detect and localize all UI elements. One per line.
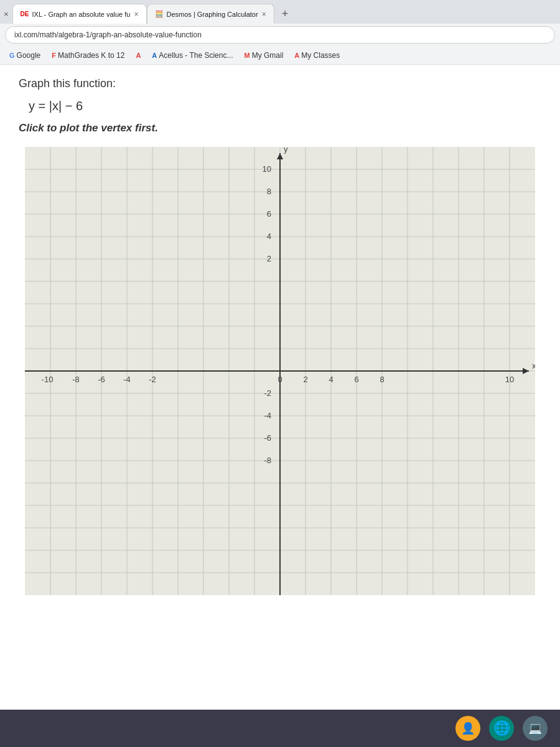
mathgrades-icon: F	[52, 52, 56, 59]
bookmark-acellus-label: Acellus - The Scienc...	[159, 51, 233, 60]
new-tab-button[interactable]: +	[277, 7, 294, 21]
mygmail-icon: M	[244, 52, 250, 59]
bookmark-myclasses[interactable]: A My Classes	[290, 50, 344, 61]
y-label-2: 2	[267, 254, 271, 263]
bookmark-mathgrades-label: MathGrades K to 12	[58, 51, 124, 60]
tab-favicon-ixl: DE	[21, 11, 29, 17]
y-label-neg4: -4	[264, 411, 271, 420]
x-label-2: 2	[303, 375, 307, 384]
y-label-neg2: -2	[264, 388, 271, 398]
x-label-6: 6	[354, 375, 358, 384]
x-label-neg2: -2	[149, 375, 156, 384]
x-label-4: 4	[329, 375, 333, 384]
taskbar-icon-browser[interactable]: 🌐	[489, 716, 514, 741]
problem-title: Graph this function:	[19, 77, 541, 90]
bookmark-acellus[interactable]: A Acellus - The Scienc...	[147, 50, 237, 61]
graph-container[interactable]: x y 10 8 6 4 2 -2 -4 -6 -8 -10 -8 -6 -4 …	[25, 147, 535, 595]
taskbar: 👤 🌐 💻	[0, 710, 560, 747]
x-label-0: 0	[278, 375, 282, 384]
tab-favicon-desmos: 🧮	[155, 10, 164, 18]
x-label-8: 8	[380, 375, 384, 384]
tab-desmos[interactable]: 🧮 Desmos | Graphing Calculator ×	[147, 4, 274, 24]
bookmark-google[interactable]: G Google	[5, 50, 45, 61]
tab-title-desmos: Desmos | Graphing Calculator	[167, 11, 258, 18]
myclasses-icon: A	[294, 52, 299, 59]
bicon1-icon: A	[136, 52, 141, 59]
x-label: x	[532, 361, 535, 370]
graph-svg[interactable]: x y 10 8 6 4 2 -2 -4 -6 -8 -10 -8 -6 -4 …	[25, 147, 535, 595]
tab-ixl[interactable]: DE IXL - Graph an absolute value fu ×	[12, 4, 147, 24]
y-label-6: 6	[267, 209, 271, 218]
page-content: Graph this function: y = |x| − 6 Click t…	[0, 65, 560, 710]
x-label-neg4: -4	[123, 375, 131, 384]
tab-bar: × DE IXL - Graph an absolute value fu × …	[0, 0, 560, 24]
bookmark-google-label: Google	[17, 51, 41, 60]
address-bar-row	[0, 24, 560, 46]
google-icon: G	[9, 52, 15, 59]
instruction: Click to plot the vertex first.	[19, 122, 541, 134]
acellus-icon: A	[152, 52, 157, 59]
taskbar-icon-user[interactable]: 👤	[455, 716, 480, 741]
bookmarks-bar: G Google F MathGrades K to 12 A A Acellu…	[0, 46, 560, 65]
y-label: y	[284, 147, 288, 154]
y-label-neg8: -8	[264, 456, 271, 465]
bookmark-mygmail-label: My Gmail	[252, 51, 284, 60]
x-label-10: 10	[505, 375, 514, 384]
tab-title-ixl: IXL - Graph an absolute value fu	[32, 11, 131, 18]
y-label-4: 4	[267, 232, 271, 241]
tab-close-ixl[interactable]: ×	[134, 10, 138, 19]
bookmark-mathgrades[interactable]: F MathGrades K to 12	[47, 50, 129, 61]
tab-close-left[interactable]: ×	[0, 9, 12, 19]
bookmark-myclasses-label: My Classes	[301, 51, 340, 60]
y-label-neg6: -6	[264, 433, 271, 443]
x-label-neg6: -6	[98, 375, 105, 384]
equation: y = |x| − 6	[29, 99, 541, 113]
y-label-10: 10	[263, 164, 271, 174]
x-label-neg10: -10	[42, 375, 54, 384]
address-bar[interactable]	[5, 26, 555, 44]
y-label-8: 8	[267, 187, 271, 196]
bookmark-bicon1[interactable]: A	[131, 50, 145, 60]
tab-close-desmos[interactable]: ×	[262, 10, 266, 19]
bookmark-mygmail[interactable]: M My Gmail	[240, 50, 287, 61]
x-label-neg8: -8	[72, 375, 80, 384]
taskbar-icon-computer[interactable]: 💻	[523, 716, 548, 741]
